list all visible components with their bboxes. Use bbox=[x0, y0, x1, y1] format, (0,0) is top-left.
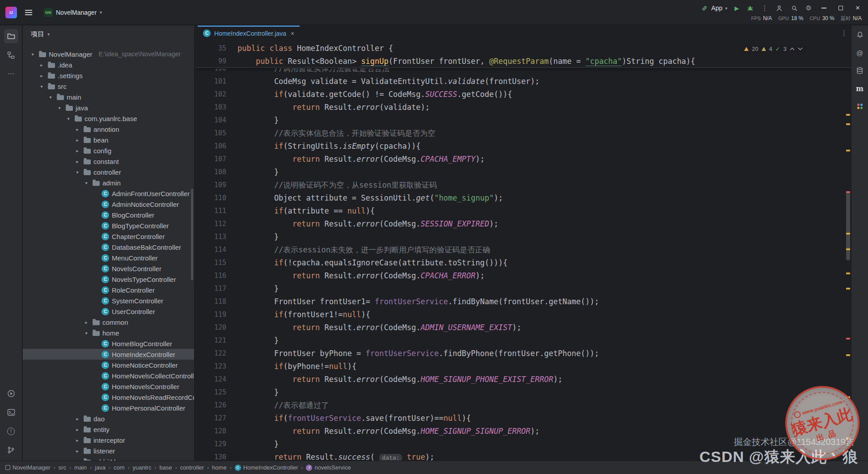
line-number[interactable]: 102 bbox=[195, 88, 226, 101]
chevron-right-icon[interactable]: ▸ bbox=[74, 159, 81, 164]
stripe-mark[interactable] bbox=[846, 354, 850, 356]
code-line[interactable]: 100 //调用验证实体方法验证是否合法 bbox=[195, 68, 851, 75]
chevron-down-icon[interactable]: ▾ bbox=[83, 331, 90, 336]
breadcrumb-item[interactable]: base bbox=[159, 464, 172, 471]
tree-item[interactable]: CHomeIndexController bbox=[23, 349, 194, 360]
main-menu-button[interactable] bbox=[23, 8, 34, 17]
tree-item[interactable]: ▾src bbox=[23, 81, 194, 92]
tree-item[interactable]: CHomePersonalController bbox=[23, 403, 194, 413]
code-line[interactable]: 110 Object attribute = SessionUtil.get("… bbox=[195, 192, 851, 205]
tree-item[interactable]: CSystemController bbox=[23, 295, 194, 306]
code-line[interactable]: 115 if(!cpacha.equalsIgnoreCase(attribut… bbox=[195, 256, 851, 269]
line-number[interactable]: 105 bbox=[195, 127, 226, 140]
line-number[interactable]: 35 bbox=[195, 42, 226, 55]
problems-toolwindow-button[interactable]: ! bbox=[4, 424, 18, 438]
next-problem-icon[interactable] bbox=[798, 47, 803, 50]
tree-item[interactable]: CNovelsController bbox=[23, 263, 194, 274]
code-line[interactable]: 116 return Result.error(CodeMsg.CPACHA_E… bbox=[195, 269, 851, 282]
tree-item[interactable]: ▸dao bbox=[23, 413, 194, 424]
notifications-bell-icon[interactable] bbox=[854, 29, 866, 41]
line-number[interactable]: 123 bbox=[195, 360, 226, 373]
code-line[interactable]: 126 //表示都通过了 bbox=[195, 399, 851, 412]
line-number[interactable]: 126 bbox=[195, 399, 226, 412]
breadcrumb-item[interactable]: home bbox=[212, 464, 227, 471]
line-number[interactable]: 109 bbox=[195, 179, 226, 192]
tree-item[interactable]: CHomeNovelsController bbox=[23, 381, 194, 392]
line-number[interactable]: 119 bbox=[195, 308, 226, 321]
services-toolwindow-button[interactable] bbox=[4, 386, 18, 401]
chevron-right-icon[interactable]: ▸ bbox=[74, 148, 81, 153]
code-view[interactable]: 100 //调用验证实体方法验证是否合法101 CodeMsg validate… bbox=[195, 68, 851, 461]
code-line[interactable]: 103 return Result.error(validate); bbox=[195, 101, 851, 114]
project-panel-header[interactable]: 项目 ▾ bbox=[23, 25, 194, 42]
code-line[interactable]: 108 } bbox=[195, 166, 851, 179]
database-icon[interactable] bbox=[854, 65, 866, 76]
code-line[interactable]: 127 if(frontUserService.save(frontUser)=… bbox=[195, 412, 851, 425]
tree-item[interactable]: CNovelsTypeController bbox=[23, 274, 194, 285]
tree-item[interactable]: ▾admin bbox=[23, 177, 194, 188]
line-number[interactable]: 106 bbox=[195, 140, 226, 153]
breadcrumb-item[interactable]: fnovelsService bbox=[306, 464, 351, 471]
maximize-button[interactable] bbox=[836, 4, 846, 13]
line-number[interactable]: 125 bbox=[195, 386, 226, 399]
code-line[interactable]: 104 } bbox=[195, 114, 851, 127]
tree-item[interactable]: ▸listener bbox=[23, 445, 194, 456]
line-number[interactable]: 104 bbox=[195, 114, 226, 127]
breadcrumb-item[interactable]: yuanlrc bbox=[133, 464, 152, 471]
stripe-mark[interactable] bbox=[846, 338, 850, 340]
breadcrumb-item[interactable]: NovelManager bbox=[5, 464, 51, 471]
line-number[interactable]: 99 bbox=[195, 55, 226, 68]
line-number[interactable]: 115 bbox=[195, 256, 226, 269]
code-line[interactable]: 118 FrontUser frontUser1= frontUserServi… bbox=[195, 295, 851, 308]
line-number[interactable]: 107 bbox=[195, 153, 226, 166]
ai-assistant-icon[interactable]: @ bbox=[854, 47, 866, 59]
tree-item[interactable]: ▾controller bbox=[23, 167, 194, 177]
line-number[interactable]: 103 bbox=[195, 101, 226, 114]
line-number[interactable]: 129 bbox=[195, 438, 226, 451]
tree-item[interactable]: CBlogController bbox=[23, 210, 194, 220]
minimize-button[interactable] bbox=[819, 4, 829, 13]
chevron-right-icon[interactable]: ▸ bbox=[74, 427, 81, 432]
code-line[interactable]: 119 if(frontUser1!=null){ bbox=[195, 308, 851, 321]
code-line[interactable]: 105 //表示实体信息合法，开始验证验证码是否为空 bbox=[195, 127, 851, 140]
plugin-icon[interactable] bbox=[854, 101, 866, 112]
stripe-mark[interactable] bbox=[846, 288, 850, 289]
stripe-mark[interactable] bbox=[846, 191, 850, 193]
breadcrumb-item[interactable]: main bbox=[74, 464, 87, 471]
chevron-right-icon[interactable]: ▸ bbox=[74, 449, 81, 453]
chevron-down-icon[interactable]: ▾ bbox=[38, 84, 45, 89]
code-line[interactable]: 123 if(byPhone!=null){ bbox=[195, 360, 851, 373]
version-control-toolwindow-button[interactable] bbox=[4, 443, 18, 457]
tree-item[interactable]: ▸annotion bbox=[23, 124, 194, 134]
tree-item[interactable]: ▸bean bbox=[23, 134, 194, 145]
tree-item[interactable]: CAdminNoticeController bbox=[23, 199, 194, 210]
close-button[interactable]: × bbox=[853, 4, 863, 13]
code-line[interactable]: 120 return Result.error(CodeMsg.ADMIN_US… bbox=[195, 321, 851, 334]
line-number[interactable]: 116 bbox=[195, 269, 226, 282]
terminal-toolwindow-button[interactable] bbox=[4, 405, 18, 419]
tree-item[interactable]: ▸interceptor bbox=[23, 435, 194, 445]
chevron-down-icon[interactable]: ▾ bbox=[29, 52, 36, 57]
chevron-down-icon[interactable]: ▾ bbox=[74, 170, 81, 175]
tree-item[interactable]: CAdminFrontUserController bbox=[23, 188, 194, 199]
more-actions-icon[interactable]: ⋮ bbox=[762, 4, 768, 12]
tree-item[interactable]: CHomeNoticeController bbox=[23, 360, 194, 370]
code-line[interactable]: 114 //表示session未失效，进一步判断用户填写的验证码是否正确 bbox=[195, 243, 851, 256]
breadcrumb-item[interactable]: java bbox=[95, 464, 106, 471]
project-tree-scrollbar[interactable] bbox=[191, 189, 193, 280]
tree-item[interactable]: ▸.settings bbox=[23, 70, 194, 81]
breadcrumb-item[interactable]: controller bbox=[180, 464, 204, 471]
code-line[interactable]: 121 } bbox=[195, 334, 851, 347]
chevron-down-icon[interactable]: ▾ bbox=[65, 116, 72, 121]
tree-item[interactable]: ▾java bbox=[23, 102, 194, 113]
code-line[interactable]: 109 //说明验证码不为空，从session里获取验证码 bbox=[195, 179, 851, 192]
line-number[interactable]: 111 bbox=[195, 205, 226, 218]
more-toolwindows-icon[interactable]: ⋯ bbox=[4, 67, 18, 81]
stripe-mark[interactable] bbox=[846, 150, 850, 151]
line-number[interactable]: 101 bbox=[195, 75, 226, 88]
inspections-widget[interactable]: 20 4 ✓ 3 bbox=[741, 44, 806, 54]
tree-item[interactable]: CRoleController bbox=[23, 285, 194, 295]
chevron-right-icon[interactable]: ▸ bbox=[74, 127, 81, 132]
tree-item[interactable]: ▸common bbox=[23, 317, 194, 327]
chevron-right-icon[interactable]: ▸ bbox=[74, 138, 81, 143]
